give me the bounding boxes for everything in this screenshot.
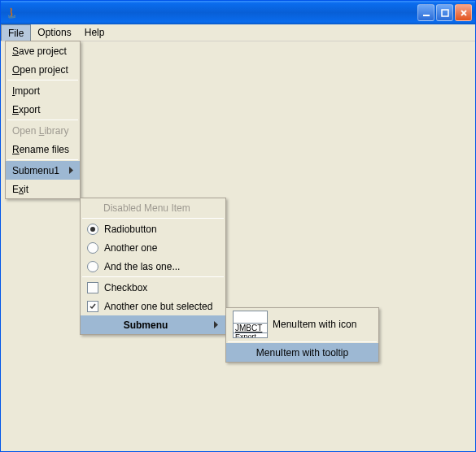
menu-item-open-project[interactable]: Open project bbox=[6, 60, 80, 79]
maximize-button[interactable] bbox=[436, 4, 453, 21]
label: MenuItem with icon bbox=[273, 319, 356, 330]
svg-rect-1 bbox=[442, 10, 448, 16]
menu-item-open-library: Open Library bbox=[6, 121, 80, 140]
submenu1-popup: Disabled Menu Item Radiobutton Another o… bbox=[80, 198, 226, 335]
menu-separator bbox=[228, 341, 377, 342]
file-menu-popup: Save project Open project Import Export … bbox=[5, 41, 81, 199]
label: MenuItem with tooltip bbox=[256, 347, 348, 359]
menu-item-submenu[interactable]: Submenu bbox=[81, 315, 225, 334]
thumbnail-icon: JMBCT Export bbox=[233, 311, 268, 338]
checkbox-icon bbox=[87, 301, 98, 312]
menu-file-label: File bbox=[8, 28, 24, 39]
submenu1-label: Submenu1 bbox=[12, 165, 59, 176]
menu-item-radiobutton[interactable]: Radiobutton bbox=[81, 219, 225, 238]
menu-item-with-icon[interactable]: JMBCT Export MenuItem with icon bbox=[226, 308, 378, 341]
menu-item-submenu1[interactable]: Submenu1 bbox=[6, 161, 80, 180]
menu-item-last-one[interactable]: And the las one... bbox=[81, 257, 225, 276]
label: Radiobutton bbox=[104, 224, 157, 235]
submenu-label: Submenu bbox=[87, 319, 204, 331]
label: Checkbox bbox=[104, 282, 147, 293]
radio-icon bbox=[87, 224, 98, 235]
application-window: File Options Help Save project Open proj… bbox=[0, 0, 476, 452]
menu-separator bbox=[82, 276, 224, 277]
java-icon bbox=[6, 7, 19, 20]
minimize-button[interactable] bbox=[417, 4, 435, 21]
menu-file[interactable]: File bbox=[1, 24, 31, 41]
titlebar bbox=[1, 1, 475, 24]
radio-icon bbox=[87, 261, 98, 272]
menu-item-disabled: Disabled Menu Item bbox=[81, 198, 225, 217]
content-area: Save project Open project Import Export … bbox=[1, 41, 475, 451]
chevron-right-icon bbox=[204, 321, 219, 328]
menu-options[interactable]: Options bbox=[31, 24, 77, 41]
menu-item-checkbox[interactable]: Checkbox bbox=[81, 278, 225, 297]
menu-item-another-selected[interactable]: Another one but selected bbox=[81, 297, 225, 315]
menu-help[interactable]: Help bbox=[78, 24, 111, 41]
submenu2-popup: JMBCT Export MenuItem with icon MenuItem… bbox=[225, 307, 379, 363]
menu-item-export[interactable]: Export bbox=[6, 100, 80, 119]
menu-item-with-tooltip[interactable]: MenuItem with tooltip bbox=[226, 343, 378, 362]
menu-item-save-project[interactable]: Save project bbox=[6, 41, 80, 60]
menu-separator bbox=[7, 80, 78, 80]
menu-item-rename-files[interactable]: Rename files bbox=[6, 140, 80, 159]
chevron-right-icon bbox=[59, 167, 74, 174]
checkbox-icon bbox=[87, 282, 98, 293]
label: And the las one... bbox=[104, 261, 180, 272]
label: Another one bbox=[104, 242, 157, 254]
window-controls bbox=[417, 4, 472, 21]
menubar: File Options Help bbox=[1, 24, 475, 41]
svg-rect-0 bbox=[423, 15, 430, 16]
menu-item-another-one[interactable]: Another one bbox=[81, 238, 225, 257]
menu-separator bbox=[7, 120, 78, 120]
radio-icon bbox=[87, 242, 98, 254]
menu-separator bbox=[82, 218, 224, 219]
label: Another one but selected bbox=[104, 301, 212, 312]
menu-separator bbox=[7, 159, 78, 160]
close-button[interactable] bbox=[455, 4, 472, 21]
menu-item-import[interactable]: Import bbox=[6, 81, 80, 100]
menu-item-exit[interactable]: Exit bbox=[6, 180, 80, 198]
